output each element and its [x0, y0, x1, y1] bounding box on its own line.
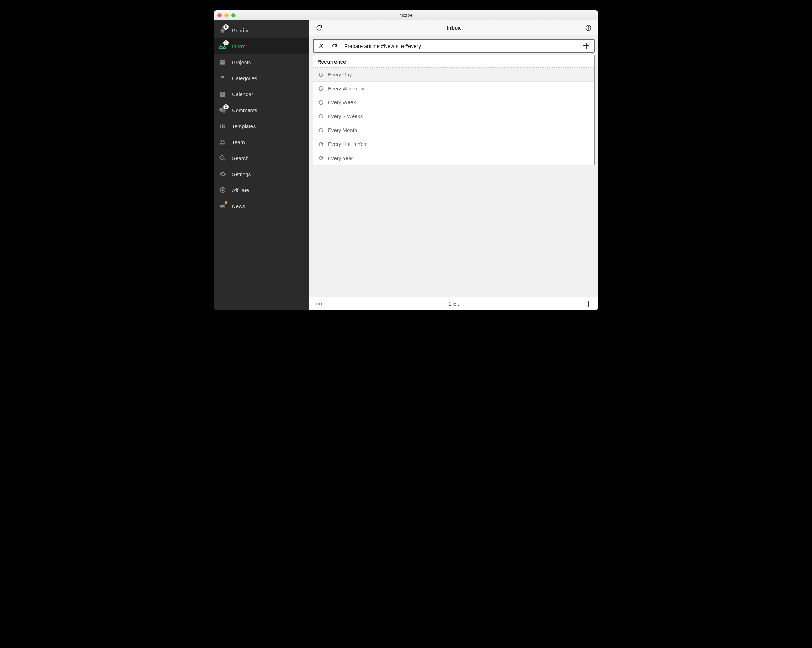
sidebar-item-team[interactable]: Team: [214, 134, 310, 150]
sidebar-item-label: News: [232, 203, 245, 209]
search-icon: [219, 154, 226, 162]
sidebar-item-inbox[interactable]: 1 Inbox: [214, 38, 310, 54]
redo-icon[interactable]: [330, 41, 339, 51]
svg-rect-8: [220, 125, 221, 128]
sidebar-item-templates[interactable]: Templates: [214, 118, 310, 134]
calendar-icon: [219, 90, 226, 98]
recurrence-option-every-week[interactable]: Every Week: [313, 96, 594, 110]
option-label: Every Weekday: [328, 85, 364, 91]
recurrence-option-every-weekday[interactable]: Every Weekday: [313, 82, 594, 96]
recurrence-icon: [318, 114, 324, 119]
footer-bar: 1 left: [310, 297, 598, 311]
gear-icon: [219, 170, 226, 178]
recurrence-option-every-month[interactable]: Every Month: [313, 123, 594, 137]
svg-point-23: [316, 303, 318, 305]
recurrence-option-every-half-year[interactable]: Every Half a Year: [313, 137, 594, 151]
sidebar-item-label: Projects: [232, 59, 251, 65]
minimize-window-button[interactable]: [224, 13, 229, 17]
svg-rect-0: [220, 60, 225, 61]
svg-rect-10: [224, 125, 225, 128]
option-label: Every Year: [328, 155, 353, 161]
content-spacer: [310, 165, 598, 297]
more-options-button[interactable]: [314, 299, 324, 309]
dropdown-header: Recurrence: [313, 55, 594, 68]
main-panel: Inbox Recurrence: [310, 20, 598, 311]
dollar-icon: [219, 186, 226, 194]
svg-point-12: [223, 140, 225, 142]
maximize-window-button[interactable]: [231, 13, 235, 17]
sidebar-item-label: Priority: [232, 27, 248, 34]
option-label: Every Week: [328, 99, 356, 105]
comments-icon: 3: [219, 106, 226, 114]
recurrence-dropdown: Recurrence Every Day Every Weekday Every…: [313, 55, 595, 165]
footer-status: 1 left: [324, 301, 583, 306]
close-window-button[interactable]: [217, 13, 221, 17]
sidebar-item-label: Search: [232, 155, 249, 161]
recurrence-icon: [318, 127, 324, 133]
option-label: Every Half a Year: [328, 141, 368, 147]
sidebar-item-label: Affiliate: [232, 187, 249, 193]
footer-add-button[interactable]: [583, 299, 593, 309]
projects-icon: [219, 58, 226, 66]
info-button[interactable]: [583, 23, 593, 33]
window-title: Nozbe: [214, 12, 598, 18]
sidebar-item-label: Calendar: [232, 91, 253, 97]
task-input-row: [313, 39, 595, 53]
priority-badge: 8: [223, 24, 229, 29]
option-label: Every Month: [328, 127, 357, 133]
templates-icon: [219, 122, 226, 130]
svg-point-11: [221, 140, 223, 142]
toolbar: Inbox: [310, 20, 598, 35]
svg-rect-3: [221, 91, 222, 93]
sidebar-item-search[interactable]: Search: [214, 150, 310, 166]
recurrence-icon: [318, 86, 324, 91]
sidebar-item-news[interactable]: News: [214, 198, 310, 214]
sidebar: 8 Priority 1 Inbox Projects: [214, 20, 310, 311]
svg-point-13: [220, 156, 224, 160]
svg-point-7: [222, 109, 226, 113]
sidebar-item-comments[interactable]: 3 Comments: [214, 102, 310, 118]
recurrence-option-every-2-weeks[interactable]: Every 2 Weeks: [313, 110, 594, 123]
svg-line-14: [224, 159, 225, 160]
sidebar-item-categories[interactable]: Categories: [214, 70, 310, 86]
sidebar-item-label: Inbox: [232, 43, 245, 49]
option-label: Every Day: [328, 72, 352, 78]
app-window: Nozbe 8 Priority 1 Inbox: [214, 11, 598, 311]
news-dot: [225, 201, 227, 204]
sidebar-item-affiliate[interactable]: Affiliate: [214, 182, 310, 198]
megaphone-icon: [219, 202, 226, 210]
sidebar-item-label: Templates: [232, 123, 256, 129]
inbox-icon: 1: [219, 43, 226, 50]
sidebar-item-priority[interactable]: 8 Priority: [214, 22, 310, 38]
sync-button[interactable]: [314, 23, 324, 33]
sidebar-item-settings[interactable]: Settings: [214, 166, 310, 182]
sidebar-item-label: Team: [232, 139, 245, 145]
task-input[interactable]: [343, 43, 578, 49]
recurrence-icon: [318, 155, 324, 161]
inbox-badge: 1: [223, 40, 229, 46]
team-icon: [219, 138, 226, 146]
svg-point-25: [321, 303, 322, 305]
comments-badge: 3: [223, 104, 229, 110]
svg-rect-4: [224, 91, 224, 93]
svg-point-24: [319, 303, 320, 305]
window-controls: [217, 13, 235, 17]
page-title: Inbox: [324, 24, 583, 30]
sidebar-item-projects[interactable]: Projects: [214, 54, 310, 70]
svg-rect-1: [220, 61, 225, 64]
star-icon: 8: [219, 26, 226, 34]
recurrence-option-every-day[interactable]: Every Day: [313, 68, 594, 82]
sidebar-item-label: Comments: [232, 107, 257, 113]
sidebar-item-calendar[interactable]: Calendar: [214, 86, 310, 102]
add-task-button[interactable]: [582, 41, 591, 51]
svg-rect-9: [222, 124, 223, 128]
flag-icon: [219, 74, 226, 82]
app-body: 8 Priority 1 Inbox Projects: [214, 20, 598, 311]
sidebar-item-label: Categories: [232, 75, 257, 81]
sidebar-item-label: Settings: [232, 171, 251, 177]
recurrence-icon: [318, 141, 324, 147]
option-label: Every 2 Weeks: [328, 113, 363, 119]
recurrence-option-every-year[interactable]: Every Year: [313, 151, 594, 165]
titlebar: Nozbe: [214, 11, 598, 20]
close-input-button[interactable]: [316, 41, 326, 51]
